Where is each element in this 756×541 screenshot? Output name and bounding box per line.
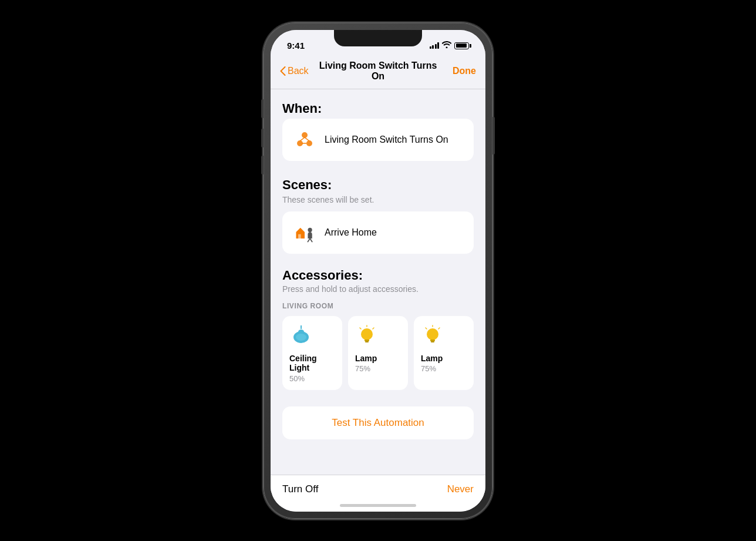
lamp-2-card[interactable]: Lamp 75% [414, 316, 474, 391]
wifi-icon [442, 41, 451, 50]
ceiling-light-card[interactable]: Ceiling Light 50% [282, 316, 342, 391]
bottom-right-label[interactable]: Never [447, 483, 474, 495]
test-automation-card[interactable]: Test This Automation [282, 406, 474, 439]
accessories-subtitle: Press and hold to adjust accessories. [282, 284, 474, 294]
scenes-subtitle: These scenes will be set. [282, 195, 474, 204]
svg-rect-16 [365, 341, 369, 342]
lamp-1-status: 75% [355, 364, 401, 373]
lamp-2-status: 75% [421, 364, 467, 373]
svg-point-12 [298, 330, 304, 334]
svg-line-25 [426, 328, 427, 329]
svg-point-2 [306, 140, 312, 146]
ceiling-light-icon [289, 324, 313, 348]
scroll-content: When: Living Room Switch Turns [271, 89, 485, 508]
arrive-home-icon [293, 221, 316, 244]
done-button[interactable]: Done [441, 66, 476, 76]
nav-bar: Back Living Room Switch Turns On Done [271, 56, 485, 89]
svg-line-3 [300, 137, 305, 141]
accessories-heading: Accessories: [282, 268, 474, 283]
lamp-1-name: Lamp [355, 354, 401, 364]
svg-line-24 [438, 328, 440, 329]
ceiling-light-status: 50% [289, 374, 335, 383]
svg-point-7 [308, 227, 312, 231]
nav-title: Living Room Switch Turns On [315, 61, 441, 82]
homekit-trigger-icon [293, 128, 316, 152]
scenes-heading: Scenes: [282, 177, 474, 193]
scenes-section: Scenes: These scenes will be set. [271, 166, 485, 258]
lamp-2-icon [421, 324, 444, 348]
when-heading: When: [282, 101, 474, 116]
svg-rect-15 [365, 340, 369, 341]
lamp-1-card[interactable]: Lamp 75% [348, 316, 408, 391]
lamp-2-name: Lamp [421, 354, 467, 364]
phone-frame: 9:41 [264, 23, 492, 519]
phone-screen: 9:41 [271, 30, 485, 512]
accessories-section: Accessories: Press and hold to adjust ac… [271, 258, 485, 391]
back-label: Back [288, 66, 309, 76]
lamp-1-icon [355, 324, 379, 348]
status-icons [430, 41, 470, 50]
accessories-grid: Ceiling Light 50% [282, 316, 474, 391]
svg-line-18 [373, 328, 374, 329]
svg-line-4 [305, 137, 309, 141]
test-automation-section: Test This Automation [271, 399, 485, 446]
svg-rect-22 [431, 341, 434, 342]
signal-icon [430, 42, 440, 49]
svg-rect-6 [298, 234, 301, 238]
status-time: 9:41 [287, 41, 305, 51]
battery-icon [454, 42, 469, 49]
when-card-text: Living Room Switch Turns On [325, 135, 448, 145]
test-automation-label: Test This Automation [332, 417, 424, 428]
notch [334, 30, 422, 46]
room-label: LIVING ROOM [282, 302, 474, 310]
arrive-home-text: Arrive Home [325, 227, 377, 238]
svg-point-0 [302, 132, 308, 138]
svg-rect-21 [430, 340, 435, 341]
when-section: When: Living Room Switch Turns [271, 89, 485, 166]
svg-point-13 [296, 334, 306, 341]
back-button[interactable]: Back [280, 66, 315, 76]
bottom-left-label: Turn Off [282, 483, 318, 495]
arrive-home-card[interactable]: Arrive Home [282, 211, 474, 254]
svg-point-14 [361, 328, 373, 340]
svg-line-19 [360, 328, 361, 329]
ceiling-light-name: Ceiling Light [289, 354, 335, 374]
svg-line-9 [310, 238, 312, 241]
when-card[interactable]: Living Room Switch Turns On [282, 119, 474, 161]
home-indicator [340, 504, 416, 507]
svg-point-20 [427, 328, 438, 340]
